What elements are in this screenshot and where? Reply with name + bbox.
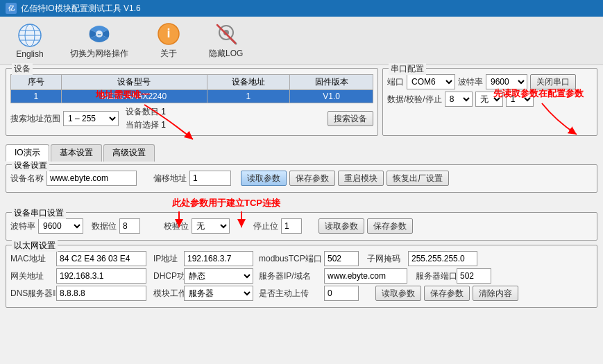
baud-select[interactable]: 9600	[486, 74, 527, 89]
about-icon: i	[156, 21, 181, 46]
offset-addr-label: 偏移地址	[153, 173, 187, 184]
port-stop-input[interactable]	[281, 218, 302, 234]
port-data-label: 数据位	[92, 220, 117, 232]
port-read-btn[interactable]: 读取参数	[319, 218, 364, 234]
network-icon: ∞	[87, 21, 112, 46]
col-version: 固件版本	[290, 75, 373, 90]
network-label: 切换为网络操作	[70, 48, 128, 60]
english-label: English	[16, 49, 43, 59]
annotation-tcp-params: 此处参数用于建立TCP连接	[172, 197, 280, 209]
col-num: 序号	[11, 75, 62, 90]
english-button[interactable]: English	[6, 21, 54, 61]
svg-text:i: i	[167, 26, 170, 40]
device-name-input[interactable]	[46, 171, 137, 186]
hide-log-button[interactable]: 隐藏LOG	[201, 21, 250, 61]
dns-label: DNS服务器IP	[10, 288, 53, 300]
ip-input[interactable]	[184, 251, 253, 266]
devices-group: 设备 序号 设备型号 设备地址 固件版本 1 ME31-AAAX2240 1	[6, 68, 378, 136]
port-baud-select[interactable]: 9600	[38, 218, 83, 234]
title-bar: 亿 亿佰特IO模块配置测试工具 V1.6	[0, 0, 603, 17]
port-select[interactable]: COM6	[407, 74, 455, 89]
hide-log-icon	[214, 21, 239, 46]
english-icon	[17, 23, 42, 48]
network-button[interactable]: ∞ 切换为网络操作	[62, 21, 136, 61]
subnet-input[interactable]	[408, 251, 477, 266]
subnet-label: 子网掩码	[367, 253, 405, 265]
current-select-label: 当前选择	[126, 120, 159, 130]
port-data-input[interactable]	[119, 218, 140, 234]
modbus-port-label: modbusTCP端口	[259, 253, 321, 265]
data-parity-stop-label: 数据/校验/停止	[387, 94, 442, 105]
mac-label: MAC地址	[10, 253, 53, 265]
dns-input[interactable]	[56, 286, 146, 301]
device-settings-group: 设备设置 设备名称 偏移地址 读取参数 保存参数 重启模块 恢复出厂设置	[6, 164, 597, 193]
ethernet-read-btn[interactable]: 读取参数	[375, 286, 421, 301]
upload-label: 是否主动上传	[259, 288, 321, 300]
about-label: 关于	[160, 48, 177, 60]
cell-model: ME31-AAAX2240	[61, 90, 207, 103]
device-table: 序号 设备型号 设备地址 固件版本 1 ME31-AAAX2240 1 V1.0	[10, 74, 373, 103]
tab-io-demo[interactable]: IO演示	[6, 144, 49, 162]
search-range-label: 搜索地址范围	[10, 113, 60, 125]
ethernet-save-btn[interactable]: 保存参数	[424, 286, 470, 301]
cell-version: V1.0	[290, 90, 373, 103]
parity-select[interactable]: 无	[475, 92, 503, 107]
cell-device-addr: 1	[207, 90, 290, 103]
restore-button[interactable]: 恢复出厂设置	[387, 171, 449, 186]
dhcp-select[interactable]: 静态	[184, 268, 253, 284]
offset-addr-input[interactable]	[189, 171, 231, 186]
main-content: 设备 序号 设备型号 设备地址 固件版本 1 ME31-AAAX2240 1	[0, 65, 603, 311]
port-parity-select[interactable]: 无	[192, 218, 230, 234]
devices-group-title: 设备	[12, 63, 33, 75]
ethernet-group-title: 以太网设置	[12, 240, 58, 252]
work-mode-label: 模块工作模式	[153, 288, 181, 300]
mac-input[interactable]	[56, 251, 146, 266]
restart-button[interactable]: 重启模块	[338, 171, 384, 186]
device-name-label: 设备名称	[10, 173, 44, 184]
port-settings-group: 设备串口设置 波特率 9600 数据位 校验位 无 停止位 读取参数 保存参数	[6, 212, 597, 241]
ethernet-clear-btn[interactable]: 清除内容	[473, 286, 518, 301]
ethernet-group: 以太网设置 MAC地址 IP地址 modbusTCP端口 子网掩码 网关地址 D…	[6, 245, 597, 308]
app-icon: 亿	[6, 3, 17, 14]
port-baud-label: 波特率	[10, 220, 35, 232]
serial-group: 串口配置 端口 COM6 波特率 9600 关闭串口 数据/校验/停止 8 无	[382, 68, 597, 136]
port-settings-title: 设备串口设置	[12, 207, 66, 219]
modbus-port-input[interactable]	[324, 251, 359, 266]
stop-select[interactable]: 1	[506, 92, 534, 107]
search-range-select[interactable]: 1 – 255	[63, 111, 119, 126]
search-device-button[interactable]: 搜索设备	[328, 111, 373, 126]
tab-basic-settings[interactable]: 基本设置	[51, 144, 102, 162]
baud-label: 波特率	[458, 76, 483, 88]
hide-log-label: 隐藏LOG	[209, 48, 243, 60]
tab-advanced-settings[interactable]: 高级设置	[103, 144, 155, 162]
about-button[interactable]: i 关于	[144, 21, 193, 61]
device-count-label: 设备数目	[126, 107, 159, 116]
server-port-label: 服务器端口	[416, 270, 454, 282]
svg-text:∞: ∞	[98, 32, 101, 37]
read-params-button[interactable]: 读取参数	[241, 171, 287, 186]
ip-label: IP地址	[153, 253, 181, 265]
work-mode-select[interactable]: 服务器	[184, 286, 253, 301]
data-select[interactable]: 8	[445, 92, 473, 107]
device-count-value: 1	[161, 107, 166, 116]
server-ip-input[interactable]	[324, 268, 407, 284]
table-row[interactable]: 1 ME31-AAAX2240 1 V1.0	[11, 90, 373, 103]
dhcp-label: DHCP功能	[153, 270, 181, 282]
serial-group-title: 串口配置	[389, 63, 426, 75]
close-serial-button[interactable]: 关闭串口	[530, 74, 576, 89]
gateway-label: 网关地址	[10, 270, 53, 282]
col-addr: 设备地址	[207, 75, 290, 90]
toolbar: English ∞ 切换为网络操作 i 关于	[0, 17, 603, 65]
cell-num: 1	[11, 90, 62, 103]
server-ip-label: 服务器IP/域名	[259, 270, 321, 282]
tabs: IO演示 基本设置 高级设置	[6, 144, 597, 162]
port-parity-label: 校验位	[164, 220, 189, 232]
port-label: 端口	[387, 76, 404, 88]
server-port-input[interactable]	[457, 268, 491, 284]
upload-input[interactable]	[324, 286, 359, 301]
save-params-button[interactable]: 保存参数	[289, 171, 335, 186]
gateway-input[interactable]	[56, 268, 146, 284]
port-save-btn[interactable]: 保存参数	[367, 218, 413, 234]
col-model: 设备型号	[61, 75, 207, 90]
current-select-value: 1	[161, 120, 166, 130]
